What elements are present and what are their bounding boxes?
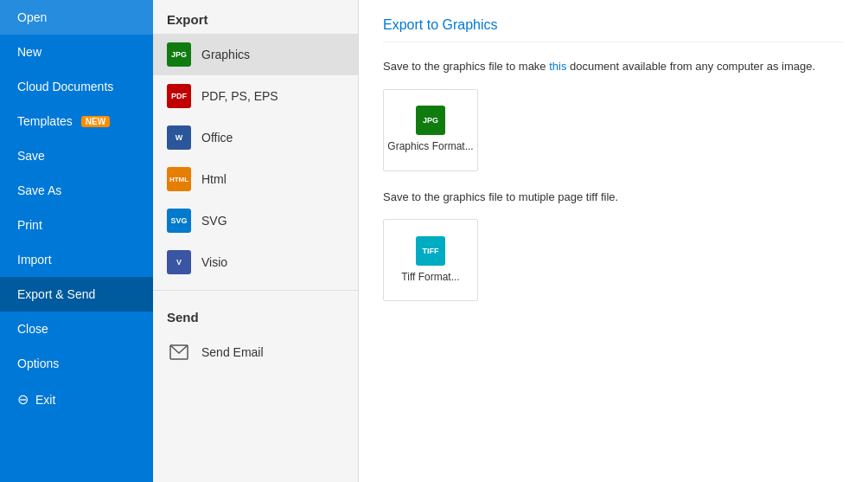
sidebar-item-save-as[interactable]: Save As [0,173,153,208]
mid-item-label: Office [201,131,233,145]
mid-item-label: Send Email [201,345,264,359]
sidebar-item-exit[interactable]: ⊖ Exit [0,381,153,418]
mid-item-label: Html [201,172,227,186]
tiff-format-icon: TIFF [416,236,445,266]
sidebar-item-label: Exit [35,393,55,407]
mid-item-pdf-ps-eps[interactable]: PDF PDF, PS, EPS [153,75,358,117]
sidebar-item-save[interactable]: Save [0,138,153,173]
sidebar-item-label: Close [17,322,48,336]
sidebar-item-export-send[interactable]: Export & Send [0,277,153,312]
export-section-header: Export [153,0,358,34]
mid-item-graphics[interactable]: JPG Graphics [153,34,358,75]
new-badge: NEW [81,116,110,127]
sidebar-item-options[interactable]: Options [0,346,153,381]
sidebar-item-label: Print [17,218,42,232]
sidebar-item-label: Options [17,357,59,370]
svg-icon: SVG [167,209,191,233]
mid-divider [153,290,358,291]
mid-item-office[interactable]: W Office [153,117,358,158]
graphics-format-label: Graphics Format... [387,140,473,154]
sidebar-item-label: Import [17,253,52,267]
email-icon [167,340,191,364]
right-panel-desc2: Save to the graphics file to mutiple pag… [383,189,844,206]
sidebar-item-cloud-documents[interactable]: Cloud Documents [0,69,153,104]
graphics-format-card[interactable]: JPG Graphics Format... [383,89,478,171]
sidebar-item-close[interactable]: Close [0,312,153,346]
html-icon: HTML [167,167,191,191]
mid-item-html[interactable]: HTML Html [153,158,358,200]
sidebar-item-label: New [17,45,41,59]
sidebar: Open New Cloud Documents Templates NEW S… [0,0,153,482]
mid-item-svg[interactable]: SVG SVG [153,200,358,241]
sidebar-item-open[interactable]: Open [0,0,153,35]
tiff-format-label: Tiff Format... [401,271,459,285]
mid-item-label: Visio [201,255,227,269]
right-panel: Export to Graphics Save to the graphics … [359,0,868,482]
mid-item-visio[interactable]: V Visio [153,241,358,283]
jpg-format-icon: JPG [416,106,445,135]
sidebar-item-label: Export & Send [17,287,95,301]
tiff-format-card[interactable]: TIFF Tiff Format... [383,219,478,301]
sidebar-item-label: Templates [17,114,73,128]
pdf-icon: PDF [167,84,191,108]
exit-icon: ⊖ [17,391,29,408]
sidebar-item-label: Cloud Documents [17,80,113,93]
jpg-icon: JPG [167,42,191,67]
mid-panel: Export JPG Graphics PDF PDF, PS, EPS W O… [153,0,359,482]
visio-icon: V [167,250,191,274]
sidebar-item-import[interactable]: Import [0,242,153,277]
sidebar-item-print[interactable]: Print [0,208,153,242]
desc1-highlight: this [549,60,566,73]
mid-item-send-email[interactable]: Send Email [153,331,358,373]
sidebar-item-templates[interactable]: Templates NEW [0,104,153,138]
sidebar-item-label: Save [17,149,45,163]
mid-item-label: PDF, PS, EPS [201,89,278,103]
send-section-header: Send [153,298,358,331]
mid-item-label: SVG [201,214,227,228]
sidebar-item-new[interactable]: New [0,35,153,69]
sidebar-item-label: Save As [17,183,61,197]
sidebar-item-label: Open [17,10,47,24]
right-panel-desc1: Save to the graphics file to make this d… [383,58,844,75]
word-icon: W [167,125,191,150]
right-panel-title: Export to Graphics [383,17,844,42]
mid-item-label: Graphics [201,48,250,61]
